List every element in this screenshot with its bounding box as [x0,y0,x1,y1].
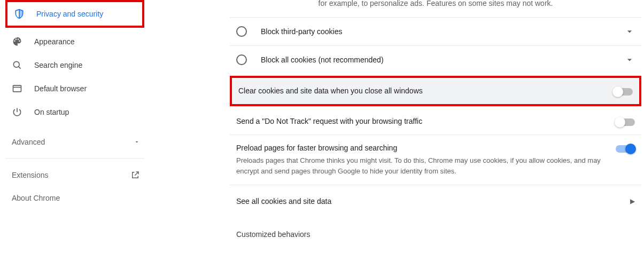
browser-icon [12,83,27,94]
sidebar-about-chrome[interactable]: About Chrome [5,185,144,208]
link-label: See all cookies and site data [236,197,331,205]
radio-icon [236,54,247,65]
sidebar-advanced[interactable]: Advanced [5,132,144,152]
highlight-privacy: Privacy and security [5,0,144,28]
chevron-down-icon[interactable] [624,54,635,65]
toggle-clear-cookies-on-close[interactable]: Clear cookies and site data when you clo… [232,78,639,104]
radio-block-third-party[interactable]: Block third-party cookies [230,18,641,45]
chevron-down-icon [134,139,140,145]
sidebar-item-label: Privacy and security [36,10,103,18]
sidebar-item-label: Default browser [34,84,87,93]
truncated-description: for example, to personalize ads. Feature… [230,0,641,7]
radio-icon [236,26,247,37]
see-all-cookies-link[interactable]: See all cookies and site data ▶ [230,185,641,217]
power-icon [12,107,27,117]
sidebar-item-search-engine[interactable]: Search engine [5,53,144,77]
section-customized-behaviors: Customized behaviors [230,217,641,241]
sidebar-item-appearance[interactable]: Appearance [5,30,144,53]
cookie-options-card: Block third-party cookies Block all cook… [230,17,641,74]
svg-line-1 [19,67,21,69]
palette-icon [12,36,27,47]
toggle-switch[interactable] [616,118,635,126]
toggle-label: Preload pages for faster browsing and se… [236,144,605,152]
advanced-label: Advanced [12,138,45,146]
chevron-down-icon[interactable] [624,26,635,37]
sidebar-item-label: Search engine [34,61,82,69]
separator [5,158,144,159]
toggle-switch[interactable] [614,88,633,96]
toggle-label: Clear cookies and site data when you clo… [238,86,603,95]
chevron-right-icon: ▶ [630,197,635,205]
toggle-switch[interactable] [616,145,635,153]
about-label: About Chrome [12,194,60,202]
radio-label: Block third-party cookies [261,27,343,36]
settings-sidebar: Privacy and security Appearance Search e… [0,0,150,269]
svg-rect-2 [13,85,21,92]
extensions-label: Extensions [12,171,48,179]
sidebar-item-label: Appearance [34,37,75,46]
shield-icon [14,9,29,19]
toggle-preload-pages[interactable]: Preload pages for faster browsing and se… [230,134,641,185]
settings-main: for example, to personalize ads. Feature… [150,0,644,269]
sidebar-item-privacy-security[interactable]: Privacy and security [7,2,142,26]
sidebar-extensions[interactable]: Extensions [5,165,144,185]
external-link-icon [130,170,140,180]
radio-label: Block all cookies (not recommended) [261,56,384,64]
highlight-clear-cookies: Clear cookies and site data when you clo… [230,76,641,106]
search-icon [12,60,27,70]
sidebar-item-label: On startup [34,108,69,116]
toggle-do-not-track[interactable]: Send a "Do Not Track" request with your … [230,108,641,134]
sidebar-item-default-browser[interactable]: Default browser [5,77,144,100]
radio-block-all-cookies[interactable]: Block all cookies (not recommended) [230,45,641,74]
toggle-sublabel: Preloads pages that Chrome thinks you mi… [236,155,605,176]
svg-point-0 [13,61,19,67]
sidebar-item-on-startup[interactable]: On startup [5,100,144,124]
toggle-label: Send a "Do Not Track" request with your … [236,117,605,125]
